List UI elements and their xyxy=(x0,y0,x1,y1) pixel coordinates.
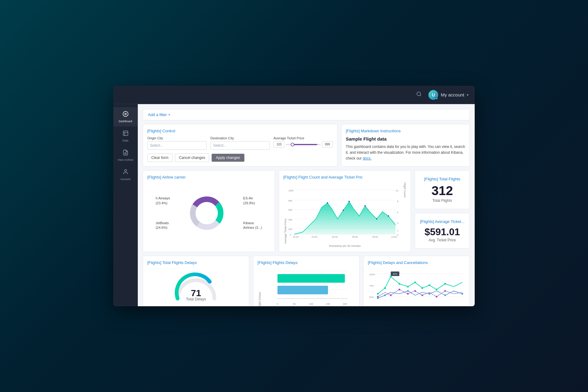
airline-label-h-airways: h Airways(23.4%) xyxy=(156,196,170,205)
markdown-card: [Flights] Markdown Instructions Sample F… xyxy=(341,124,470,167)
line-point-p7 xyxy=(436,296,438,298)
svg-line-1 xyxy=(420,95,421,96)
airline-label-jetbeats: JetBeats(24.6%) xyxy=(156,221,170,230)
svg-text:20:00: 20:00 xyxy=(293,236,299,238)
line-point-t9 xyxy=(436,289,438,291)
line-point-b6 xyxy=(462,293,463,295)
flights-delays-bar-title: [Flights] Flights Delays xyxy=(258,260,355,265)
bar-1 xyxy=(277,274,345,283)
svg-text:1000: 1000 xyxy=(288,189,294,192)
gauge-container: 71 Total Delays xyxy=(147,268,245,304)
donut-labels-left: h Airways(23.4%) JetBeats(24.6%) xyxy=(156,196,170,230)
donut-chart-container: h Airways(23.4%) JetBeats(24.6%) xyxy=(147,183,270,244)
row-3: [Flights] Total Flights Delays xyxy=(143,256,470,306)
data-point-1 xyxy=(326,202,328,204)
line-point-b4 xyxy=(428,293,430,295)
origin-city-select[interactable]: Select... xyxy=(147,141,207,150)
filter-bar[interactable]: Add a filter + xyxy=(143,109,470,120)
y-axis-left-label: Average Ticket Price xyxy=(283,183,287,244)
flight-count-card: [Flights] Flight Count and Average Ticke… xyxy=(279,170,411,252)
line-point-p2 xyxy=(390,294,392,296)
cancel-changes-button[interactable]: Cancel changes xyxy=(175,153,209,162)
svg-text:400: 400 xyxy=(288,218,292,221)
range-max[interactable]: 999 xyxy=(322,141,333,148)
svg-text:600: 600 xyxy=(288,209,292,211)
svg-text:02:00: 02:00 xyxy=(332,236,337,238)
svg-text:0: 0 xyxy=(290,234,291,236)
sidebar-item-data[interactable]: Data xyxy=(113,126,138,146)
total-flights-card: [Flights] Total Flights 312 Total Flight… xyxy=(415,170,470,209)
donut-chart-svg xyxy=(187,193,227,233)
bar-chart-svg: 0 50 100 150 200 xyxy=(261,268,355,306)
top-bar: U My account ▾ xyxy=(113,86,475,104)
flights-delays-bar-card: [Flights] Flights Delays Flight Delays xyxy=(253,256,360,306)
airline-carrier-title: [Flights] Airline carrier xyxy=(147,175,270,179)
sidebar-item-dashboard[interactable]: Dashboard xyxy=(113,107,138,126)
airline-carrier-card: [Flights] Airline carrier h Airways(23.4… xyxy=(143,170,275,252)
range-fill xyxy=(291,144,317,145)
svg-text:05:00: 05:00 xyxy=(352,236,358,238)
svg-point-9 xyxy=(124,170,126,172)
avg-ticket-title: [Flights] Average Ticket... xyxy=(420,219,465,224)
line-point-p5 xyxy=(414,290,416,292)
apply-changes-button[interactable]: Apply changes xyxy=(212,154,244,162)
line-point-b1 xyxy=(377,297,379,299)
origin-city-field: Origin City Select... xyxy=(147,136,207,150)
svg-text:800: 800 xyxy=(288,199,292,202)
range-track[interactable] xyxy=(286,144,321,145)
markdown-body: This gashboard contains data for you to … xyxy=(346,144,465,162)
svg-point-2 xyxy=(123,111,128,117)
sidebar-item-my-account[interactable]: Account xyxy=(113,165,138,184)
stats-column: [Flights] Total Flights 312 Total Flight… xyxy=(415,170,470,252)
sidebar-label-account: Account xyxy=(120,178,130,181)
flight-count-title: [Flights] Flight Count and Average Ticke… xyxy=(283,175,406,179)
airline-label-esair: ES-Air(29.9%) xyxy=(243,196,262,205)
clear-form-button[interactable]: Clear form xyxy=(147,153,172,162)
account-menu[interactable]: U My account ▾ xyxy=(428,90,469,100)
dashboard-grid: [Flights] Control Origin City Select... … xyxy=(143,124,470,306)
line-point-t7 xyxy=(421,287,423,289)
svg-text:50%: 50% xyxy=(369,296,374,299)
svg-text:4: 4 xyxy=(397,222,398,224)
total-delays-title: [Flights] Total Flights Delays xyxy=(147,260,245,265)
destination-city-label: Destination City xyxy=(210,136,270,140)
line-point-p8 xyxy=(444,290,446,292)
docs-link[interactable]: docs. xyxy=(363,156,371,160)
svg-text:100%: 100% xyxy=(369,273,375,276)
data-point-3 xyxy=(348,201,350,202)
svg-point-0 xyxy=(417,92,421,96)
destination-city-select[interactable]: Select... xyxy=(210,141,270,150)
total-flights-label: Total Flights xyxy=(432,198,452,203)
svg-point-3 xyxy=(125,113,126,115)
add-filter-label: Add a filter + xyxy=(148,112,170,117)
line-chart-svg: 100% 75% 50% 82% xyxy=(368,268,465,306)
svg-text:200: 200 xyxy=(288,228,292,231)
line-point-p3 xyxy=(398,289,400,291)
svg-rect-4 xyxy=(123,131,128,136)
main-layout: Dashboard Data View Archive xyxy=(113,104,475,306)
donut-labels-right: ES-Air(29.9%) KibanaAirlines (3...) xyxy=(243,196,262,230)
search-button[interactable] xyxy=(414,89,424,100)
line-chart-wrapper: 100% 75% 50% 82% xyxy=(368,268,465,306)
sidebar-item-view-archive[interactable]: View Archive xyxy=(113,146,138,165)
avg-ticket-label: Avg. Ticket Price xyxy=(428,238,456,242)
line-point-t2 xyxy=(384,287,386,289)
range-thumb[interactable] xyxy=(291,143,294,146)
range-min[interactable]: 103 xyxy=(273,141,285,148)
dashboard-icon xyxy=(123,111,129,119)
line-point-t6 xyxy=(414,281,416,283)
chevron-down-icon: ▾ xyxy=(467,93,469,97)
svg-text:14:00: 14:00 xyxy=(391,236,397,238)
avg-ticket-price-field: Average Ticket Price 103 999 xyxy=(273,136,333,150)
my-account-icon xyxy=(123,169,129,176)
line-point-t3 xyxy=(390,276,392,277)
control-panel-card: [Flights] Control Origin City Select... … xyxy=(143,124,337,167)
bar-chart-wrapper: Flight Delays xyxy=(258,268,355,306)
svg-text:6: 6 xyxy=(397,211,398,214)
area-chart-svg: 1000 800 600 400 200 0 10 8 6 4 xyxy=(287,183,403,244)
line-point-t5 xyxy=(407,286,409,288)
control-fields: Origin City Select... Destination City S… xyxy=(147,136,333,150)
avg-ticket-price-label: Average Ticket Price xyxy=(273,136,333,140)
archive-icon xyxy=(123,149,129,157)
bar-y-label: Flight Delays xyxy=(258,268,261,306)
